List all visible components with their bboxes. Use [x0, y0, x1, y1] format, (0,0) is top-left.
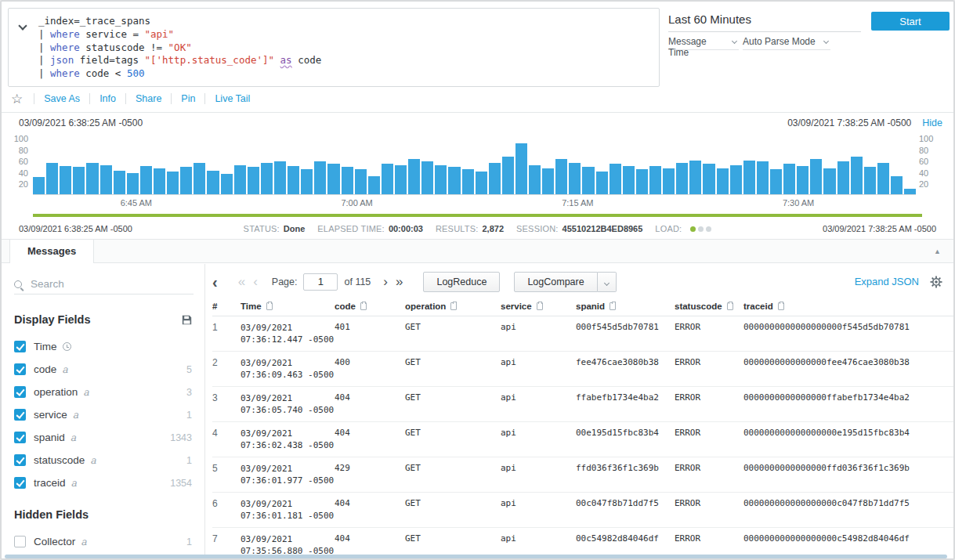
histogram-bar[interactable] — [448, 167, 460, 194]
field-row-time[interactable]: Time — [2, 335, 204, 358]
checked-checkbox[interactable] — [14, 432, 26, 443]
histogram-bar[interactable] — [46, 163, 58, 194]
checked-checkbox[interactable] — [14, 409, 26, 421]
histogram-bar[interactable] — [676, 163, 688, 194]
histogram-bar[interactable] — [154, 168, 165, 194]
histogram-bar[interactable] — [783, 164, 795, 194]
histogram-bar[interactable] — [770, 169, 782, 194]
table-row[interactable]: 503/09/202107:36:01.977 -0500429GETapiff… — [212, 457, 953, 493]
page-input[interactable] — [303, 273, 338, 291]
copy-icon[interactable] — [266, 302, 273, 310]
histogram-bar[interactable] — [703, 164, 714, 194]
gear-icon[interactable] — [930, 276, 942, 288]
histogram-bar[interactable] — [462, 169, 474, 194]
action-link-save-as[interactable]: Save As — [44, 93, 80, 104]
histogram-bar[interactable] — [623, 166, 635, 194]
field-row-collector[interactable]: Collectora1 — [2, 530, 204, 553]
histogram-bar[interactable] — [207, 171, 219, 194]
column-header-service[interactable]: service — [501, 302, 576, 311]
checked-checkbox[interactable] — [14, 341, 26, 352]
histogram-bar[interactable] — [140, 166, 152, 194]
collapse-panel-icon[interactable]: ▲ — [934, 247, 941, 255]
field-row-code[interactable]: codea5 — [2, 358, 204, 381]
unchecked-checkbox[interactable] — [14, 536, 26, 547]
histogram-bar[interactable] — [301, 169, 313, 194]
action-link-pin[interactable]: Pin — [181, 93, 195, 104]
histogram-bar[interactable] — [555, 159, 567, 194]
action-link-info[interactable]: Info — [99, 93, 116, 104]
histogram-bar[interactable] — [368, 176, 380, 194]
column-header-time[interactable]: Time — [241, 302, 335, 311]
copy-icon[interactable] — [360, 302, 367, 310]
histogram-bar[interactable] — [837, 161, 849, 194]
histogram-bar[interactable] — [864, 167, 876, 194]
histogram-bar[interactable] — [649, 166, 661, 194]
column-header-spanid[interactable]: spanid — [576, 302, 675, 311]
histogram-bar[interactable] — [167, 172, 179, 194]
field-row-operation[interactable]: operationa3 — [2, 381, 204, 403]
hide-link[interactable]: Hide — [922, 117, 942, 128]
histogram-bar[interactable] — [596, 172, 608, 194]
parse-mode-select[interactable]: Auto Parse Mode — [743, 36, 830, 50]
column-header-operation[interactable]: operation — [405, 302, 501, 311]
prev-page-icon[interactable]: ‹ — [253, 275, 258, 288]
histogram-bar[interactable] — [502, 157, 514, 194]
histogram-bar[interactable] — [636, 169, 648, 194]
histogram-bar[interactable] — [542, 168, 554, 194]
logcompare-button[interactable]: LogCompare — [514, 272, 597, 292]
histogram-bar[interactable] — [476, 172, 487, 194]
histogram-bar[interactable] — [288, 166, 299, 194]
histogram-bar[interactable] — [355, 169, 367, 194]
field-row-traceid[interactable]: traceida1354 — [2, 471, 204, 494]
checked-checkbox[interactable] — [14, 386, 26, 398]
table-row[interactable]: 603/09/202107:36:01.181 -0500404GETapi00… — [212, 493, 953, 528]
histogram-bar[interactable] — [382, 164, 393, 194]
histogram-bar[interactable] — [327, 164, 339, 194]
histogram-bar[interactable] — [221, 174, 233, 194]
checked-checkbox[interactable] — [14, 363, 26, 375]
checked-checkbox[interactable] — [14, 454, 26, 466]
copy-icon[interactable] — [450, 302, 457, 310]
search-input[interactable] — [29, 277, 194, 291]
histogram-bar[interactable] — [904, 189, 916, 194]
histogram-bar[interactable] — [408, 159, 420, 194]
histogram-bar[interactable] — [395, 165, 407, 194]
action-link-share[interactable]: Share — [136, 93, 161, 104]
histogram-bar[interactable] — [663, 168, 675, 194]
histogram-bar[interactable] — [435, 165, 447, 194]
next-page-icon[interactable]: › — [383, 275, 388, 288]
histogram-bar[interactable] — [114, 171, 125, 194]
histogram-bar[interactable] — [582, 167, 594, 194]
table-row[interactable]: 303/09/202107:36:05.740 -0500404GETapiff… — [212, 387, 953, 422]
query-editor[interactable]: _index=_trace_spans| where service = "ap… — [38, 15, 653, 81]
time-range-select[interactable]: Last 60 Minutes — [668, 13, 861, 32]
query-collapse-icon[interactable] — [18, 21, 27, 30]
tab-messages[interactable]: Messages — [9, 240, 94, 263]
histogram-bar[interactable] — [33, 177, 45, 194]
first-page-icon[interactable]: « — [238, 275, 245, 288]
histogram-bar[interactable] — [610, 164, 621, 194]
copy-icon[interactable] — [727, 302, 733, 310]
message-time-select[interactable]: Message Time — [668, 36, 739, 50]
histogram-bar[interactable] — [261, 163, 273, 194]
field-row-service[interactable]: servicea1 — [2, 403, 204, 426]
histogram-bar[interactable] — [877, 163, 889, 194]
histogram-bar[interactable] — [342, 167, 353, 194]
logreduce-button[interactable]: LogReduce — [423, 272, 500, 292]
histogram-bar[interactable] — [717, 168, 729, 194]
column-header-statuscode[interactable]: statuscode — [675, 302, 743, 311]
copy-icon[interactable] — [537, 302, 543, 310]
histogram-bar[interactable] — [851, 157, 863, 194]
histogram-bar[interactable] — [757, 161, 769, 194]
field-row-spanid[interactable]: spanida1343 — [2, 426, 204, 449]
histogram-bar[interactable] — [248, 167, 259, 194]
histogram-bar[interactable] — [60, 166, 71, 194]
histogram-bar[interactable] — [730, 165, 742, 194]
histogram-bar[interactable] — [823, 168, 835, 194]
histogram-bar[interactable] — [234, 165, 246, 194]
start-button[interactable]: Start — [871, 12, 950, 31]
horizontal-scrollbar[interactable] — [5, 555, 947, 558]
column-header-traceid[interactable]: traceid — [743, 302, 953, 311]
histogram-bar[interactable] — [529, 165, 541, 194]
favorite-star-icon[interactable]: ☆ — [11, 92, 23, 106]
